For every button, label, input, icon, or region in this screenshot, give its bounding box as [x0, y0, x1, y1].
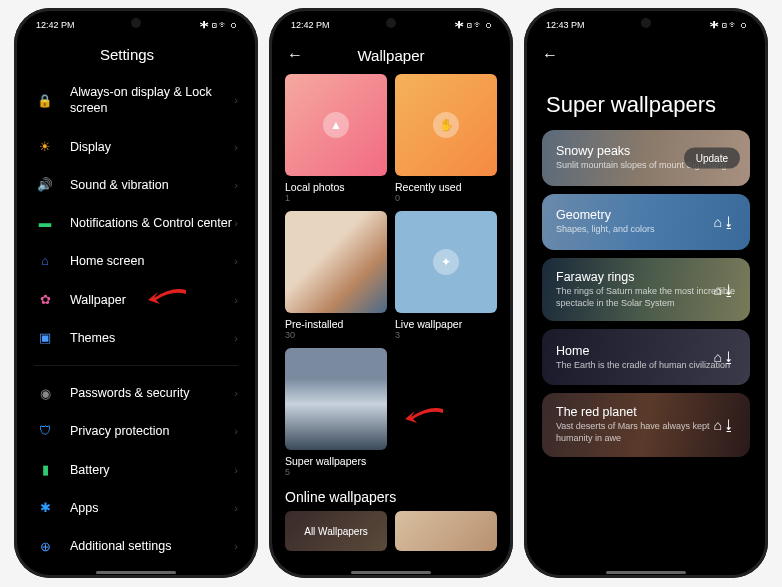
- tile-label: Pre-installed: [285, 318, 387, 330]
- tile-thumb: ✦: [395, 211, 497, 313]
- wallpaper-tile[interactable]: ✦Live wallpaper3: [395, 211, 497, 340]
- card-subtitle: The rings of Saturn make the most incred…: [556, 286, 736, 309]
- chevron-right-icon: ›: [234, 294, 238, 306]
- wallpaper-card[interactable]: GeometryShapes, light, and colors⌂⭳: [542, 194, 750, 250]
- card-subtitle: The Earth is the cradle of human civiliz…: [556, 360, 736, 372]
- status-time: 12:42 PM: [291, 20, 330, 30]
- item-icon: ⌂: [34, 253, 56, 269]
- wallpaper-tile[interactable]: ▲Local photos1: [285, 74, 387, 203]
- header: ←: [524, 36, 768, 74]
- tile-count: 5: [285, 467, 387, 477]
- download-icon[interactable]: ⌂⭳: [714, 349, 736, 365]
- chevron-right-icon: ›: [234, 464, 238, 476]
- tile-count: 30: [285, 330, 387, 340]
- status-icons: ✱ ⊡ ᯤ ▢: [200, 20, 236, 30]
- item-label: Passwords & security: [70, 385, 234, 401]
- camera-notch: [386, 18, 396, 28]
- card-title: The red planet: [556, 405, 736, 419]
- settings-item[interactable]: ▬Notifications & Control center›: [32, 204, 240, 242]
- item-icon: 🔒: [34, 92, 56, 108]
- page-title: Settings: [14, 46, 240, 63]
- download-icon[interactable]: ⌂⭳: [714, 417, 736, 433]
- home-indicator: [606, 571, 686, 574]
- item-label: Battery: [70, 462, 234, 478]
- tile-glyph-icon: ✦: [433, 249, 459, 275]
- item-icon: 🛡: [34, 423, 56, 439]
- settings-item[interactable]: ✿Wallpaper›: [32, 281, 240, 319]
- item-label: Themes: [70, 330, 234, 346]
- settings-item[interactable]: ⌂Home screen›: [32, 242, 240, 280]
- tile-glyph-icon: ▲: [323, 112, 349, 138]
- chevron-right-icon: ›: [234, 217, 238, 229]
- item-label: Apps: [70, 500, 234, 516]
- settings-item[interactable]: 🔒Always-on display & Lock screen›: [32, 73, 240, 128]
- update-button[interactable]: Update: [684, 148, 740, 169]
- phone-settings: 12:42 PM ✱ ⊡ ᯤ ▢ Settings 🔒Always-on dis…: [14, 8, 258, 578]
- status-time: 12:43 PM: [546, 20, 585, 30]
- status-icons: ✱ ⊡ ᯤ ▢: [455, 20, 491, 30]
- card-subtitle: Vast deserts of Mars have always kept hu…: [556, 421, 736, 444]
- chevron-right-icon: ›: [234, 540, 238, 552]
- settings-item[interactable]: ▮Battery›: [32, 451, 240, 489]
- chevron-right-icon: ›: [234, 425, 238, 437]
- item-icon: ▣: [34, 330, 56, 346]
- camera-notch: [131, 18, 141, 28]
- settings-item[interactable]: 🔊Sound & vibration›: [32, 166, 240, 204]
- phone-wallpaper: 12:42 PM ✱ ⊡ ᯤ ▢ ← Wallpaper ▲Local phot…: [269, 8, 513, 578]
- status-time: 12:42 PM: [36, 20, 75, 30]
- header: Settings: [14, 36, 258, 73]
- status-icons: ✱ ⊡ ᯤ ▢: [710, 20, 746, 30]
- item-label: Always-on display & Lock screen: [70, 84, 234, 117]
- back-button[interactable]: ←: [542, 46, 560, 64]
- item-label: Sound & vibration: [70, 177, 234, 193]
- section-title: Online wallpapers: [269, 477, 513, 511]
- settings-item[interactable]: 🛡Privacy protection›: [32, 412, 240, 450]
- tile-count: 3: [395, 330, 497, 340]
- header: ← Wallpaper: [269, 36, 513, 74]
- tile-label: Live wallpaper: [395, 318, 497, 330]
- settings-item[interactable]: ◉Passwords & security›: [32, 374, 240, 412]
- item-label: Display: [70, 139, 234, 155]
- item-icon: 🔊: [34, 177, 56, 193]
- settings-item[interactable]: ✱Apps›: [32, 489, 240, 527]
- page-title: Wallpaper: [287, 47, 495, 64]
- tile-label: Super wallpapers: [285, 455, 387, 467]
- item-icon: ✿: [34, 292, 56, 308]
- tab-all-wallpapers[interactable]: All Wallpapers: [285, 511, 387, 551]
- item-icon: ⊕: [34, 538, 56, 554]
- item-icon: ▬: [34, 215, 56, 231]
- tile-label: Local photos: [285, 181, 387, 193]
- settings-item[interactable]: ☀Display›: [32, 128, 240, 166]
- tile-label: Recently used: [395, 181, 497, 193]
- card-subtitle: Shapes, light, and colors: [556, 224, 736, 236]
- wallpaper-thumb[interactable]: [395, 511, 497, 551]
- camera-notch: [641, 18, 651, 28]
- wallpaper-card[interactable]: Snowy peaksSunlit mountain slopes of mou…: [542, 130, 750, 186]
- wallpaper-tile[interactable]: Pre-installed30: [285, 211, 387, 340]
- wallpaper-card[interactable]: Faraway ringsThe rings of Saturn make th…: [542, 258, 750, 321]
- download-icon[interactable]: ⌂⭳: [714, 214, 736, 230]
- item-icon: ▮: [34, 462, 56, 478]
- home-indicator: [351, 571, 431, 574]
- wallpaper-tile[interactable]: Super wallpapers5: [285, 348, 387, 477]
- chevron-right-icon: ›: [234, 179, 238, 191]
- item-label: Wallpaper: [70, 292, 234, 308]
- settings-item[interactable]: ▣Themes›: [32, 319, 240, 357]
- tile-thumb: [285, 348, 387, 450]
- wallpaper-card[interactable]: The red planetVast deserts of Mars have …: [542, 393, 750, 456]
- download-icon[interactable]: ⌂⭳: [714, 282, 736, 298]
- home-indicator: [96, 571, 176, 574]
- item-label: Additional settings: [70, 538, 234, 554]
- phone-super-wallpapers: 12:43 PM ✱ ⊡ ᯤ ▢ ← Super wallpapers Snow…: [524, 8, 768, 578]
- tile-thumb: ▲: [285, 74, 387, 176]
- card-title: Geometry: [556, 208, 736, 222]
- item-icon: ☀: [34, 139, 56, 155]
- chevron-right-icon: ›: [234, 141, 238, 153]
- settings-item[interactable]: ⊕Additional settings›: [32, 527, 240, 565]
- page-title: Super wallpapers: [524, 74, 768, 130]
- item-icon: ◉: [34, 385, 56, 401]
- tile-thumb: ✋: [395, 74, 497, 176]
- wallpaper-card[interactable]: HomeThe Earth is the cradle of human civ…: [542, 329, 750, 385]
- wallpaper-tile[interactable]: ✋Recently used0: [395, 74, 497, 203]
- tile-glyph-icon: ✋: [433, 112, 459, 138]
